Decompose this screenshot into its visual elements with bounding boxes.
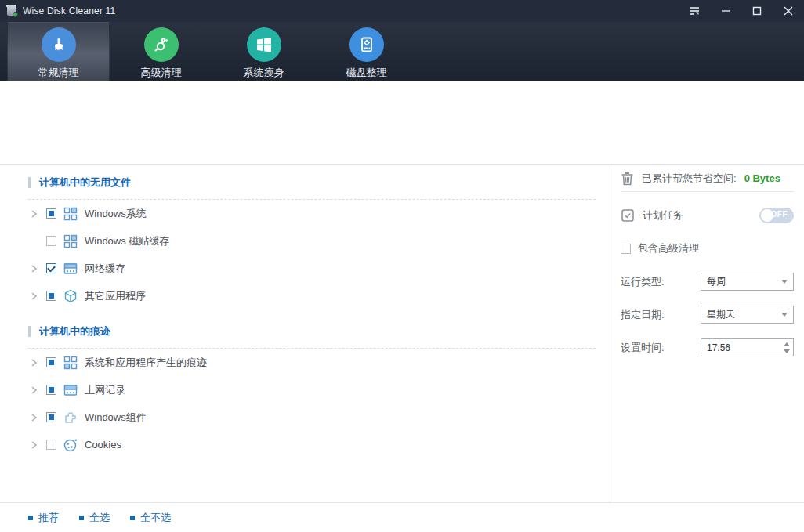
tree-row-windows-tile-cache[interactable]: Windows 磁贴缓存 bbox=[28, 227, 596, 255]
checkbox-partial[interactable] bbox=[46, 385, 56, 395]
select-none-link[interactable]: 全不选 bbox=[130, 511, 171, 525]
tab-system-slim[interactable]: 系统瘦身 bbox=[212, 22, 315, 81]
checkbox-partial[interactable] bbox=[46, 208, 56, 219]
checkbox-checked[interactable] bbox=[46, 263, 56, 273]
windows-tiles-icon bbox=[63, 356, 78, 370]
checkbox-partial[interactable] bbox=[46, 412, 56, 422]
tree-item-label: 上网记录 bbox=[85, 383, 125, 397]
minimize-button[interactable] bbox=[710, 0, 741, 22]
toggle-state-label: OFF bbox=[771, 210, 788, 219]
select-all-label: 全选 bbox=[89, 511, 110, 525]
tree-item-label: 网络缓存 bbox=[85, 262, 125, 276]
tree-item-label: Windows 磁贴缓存 bbox=[85, 234, 169, 248]
bullet-icon bbox=[28, 516, 33, 520]
maximize-button[interactable] bbox=[741, 0, 773, 22]
tree-item-label: 系统和应用程序产生的痕迹 bbox=[85, 356, 207, 370]
schedule-toggle[interactable]: OFF bbox=[759, 208, 794, 223]
scheduled-task-icon bbox=[621, 208, 635, 223]
schedule-row: 计划任务 OFF bbox=[621, 204, 794, 226]
checkbox-partial[interactable] bbox=[46, 291, 56, 301]
main-nav: 常规清理 高级清理 系统瘦身 bbox=[0, 22, 804, 81]
section-traces: 计算机中的痕迹 bbox=[28, 314, 596, 348]
run-type-row: 运行类型: 每周 bbox=[621, 273, 794, 291]
sidebar: 已累计帮您节省空间: 0 Bytes 计划任务 OFF 包含高级清理 运行类型:… bbox=[610, 165, 804, 502]
spinner-down-icon[interactable] bbox=[784, 349, 790, 353]
checkbox-unchecked[interactable] bbox=[46, 440, 56, 450]
saved-space-row: 已累计帮您节省空间: 0 Bytes bbox=[621, 165, 794, 192]
tree-row-windows-components[interactable]: Windows组件 bbox=[28, 404, 596, 431]
tree-row-cookies[interactable]: Cookies bbox=[28, 431, 596, 458]
tree-row-network-cache[interactable]: 网络缓存 bbox=[28, 255, 596, 282]
browser-cache-icon bbox=[63, 262, 78, 276]
include-advanced-label: 包含高级清理 bbox=[638, 241, 699, 255]
bullet-icon bbox=[130, 516, 135, 520]
select-all-link[interactable]: 全选 bbox=[79, 511, 110, 525]
tab-label: 系统瘦身 bbox=[244, 66, 284, 80]
checkbox-partial[interactable] bbox=[46, 357, 56, 367]
dropdown-arrow-icon bbox=[781, 313, 788, 317]
section-title: 计算机中的痕迹 bbox=[39, 324, 110, 338]
app-box-icon bbox=[63, 289, 78, 303]
chevron-right-icon[interactable] bbox=[28, 208, 39, 219]
run-type-value: 每周 bbox=[707, 275, 726, 288]
tree-item-label: Cookies bbox=[85, 439, 121, 451]
puzzle-icon bbox=[63, 411, 78, 425]
select-none-label: 全不选 bbox=[140, 511, 171, 525]
chevron-spacer bbox=[28, 236, 39, 247]
run-type-label: 运行类型: bbox=[621, 275, 687, 289]
chevron-right-icon[interactable] bbox=[28, 440, 39, 451]
day-row: 指定日期: 星期天 bbox=[621, 306, 794, 324]
section-title: 计算机中的无用文件 bbox=[39, 176, 131, 190]
tree-row-system-app-traces[interactable]: 系统和应用程序产生的痕迹 bbox=[28, 349, 596, 376]
chevron-right-icon[interactable] bbox=[28, 385, 39, 396]
schedule-label: 计划任务 bbox=[643, 208, 683, 223]
harddisk-icon bbox=[349, 27, 384, 62]
content: 计算机中的无用文件 Windows系统 bbox=[0, 165, 804, 502]
saved-space-label: 已累计帮您节省空间: bbox=[642, 172, 737, 186]
spinner-up-icon[interactable] bbox=[784, 342, 790, 346]
cleanup-tree: 计算机中的无用文件 Windows系统 bbox=[0, 165, 610, 502]
tree-item-label: 其它应用程序 bbox=[85, 289, 146, 303]
chevron-right-icon[interactable] bbox=[28, 357, 39, 368]
time-spinner[interactable]: 17:56 bbox=[701, 338, 794, 356]
windows-tiles-icon bbox=[63, 234, 78, 248]
tab-advanced-clean[interactable]: 高级清理 bbox=[110, 22, 212, 81]
tree-row-other-apps[interactable]: 其它应用程序 bbox=[28, 282, 596, 309]
speedup-icon bbox=[144, 27, 179, 62]
chevron-right-icon[interactable] bbox=[28, 263, 39, 274]
tab-common-clean[interactable]: 常规清理 bbox=[7, 22, 110, 81]
checkbox-unchecked[interactable] bbox=[46, 236, 56, 246]
day-label: 指定日期: bbox=[621, 308, 687, 322]
time-label: 设置时间: bbox=[621, 341, 687, 355]
tab-label: 高级清理 bbox=[141, 66, 182, 80]
day-value: 星期天 bbox=[707, 308, 735, 321]
section-bar bbox=[28, 326, 31, 337]
close-button[interactable] bbox=[773, 0, 804, 22]
tree-item-label: Windows系统 bbox=[85, 207, 147, 221]
recommend-link[interactable]: 推荐 bbox=[28, 511, 59, 525]
section-useless-files: 计算机中的无用文件 bbox=[28, 165, 596, 199]
tree-row-browsing-history[interactable]: 上网记录 bbox=[28, 376, 596, 404]
cookie-icon bbox=[63, 438, 78, 452]
day-select[interactable]: 星期天 bbox=[701, 306, 794, 324]
menu-icon[interactable] bbox=[679, 0, 710, 22]
time-row: 设置时间: 17:56 bbox=[621, 338, 794, 356]
footer: 推荐 全选 全不选 bbox=[0, 502, 804, 532]
checkbox-unchecked[interactable] bbox=[621, 244, 631, 254]
tab-label: 常规清理 bbox=[38, 66, 79, 80]
include-advanced-row[interactable]: 包含高级清理 bbox=[621, 239, 794, 258]
chevron-right-icon[interactable] bbox=[28, 412, 39, 423]
chevron-right-icon[interactable] bbox=[28, 291, 39, 302]
recommend-label: 推荐 bbox=[38, 511, 59, 525]
tree-row-windows-system[interactable]: Windows系统 bbox=[28, 200, 596, 227]
dropdown-arrow-icon bbox=[781, 280, 788, 284]
tab-disk-defrag[interactable]: 磁盘整理 bbox=[315, 22, 418, 81]
tree-item-label: Windows组件 bbox=[85, 411, 147, 425]
bullet-icon bbox=[79, 516, 84, 520]
trash-outline-icon bbox=[621, 172, 634, 186]
app-icon bbox=[5, 5, 18, 17]
windows-tiles-icon bbox=[63, 207, 78, 221]
titlebar: Wise Disk Cleaner 11 bbox=[0, 0, 804, 22]
section-bar bbox=[28, 177, 31, 188]
run-type-select[interactable]: 每周 bbox=[701, 273, 794, 291]
